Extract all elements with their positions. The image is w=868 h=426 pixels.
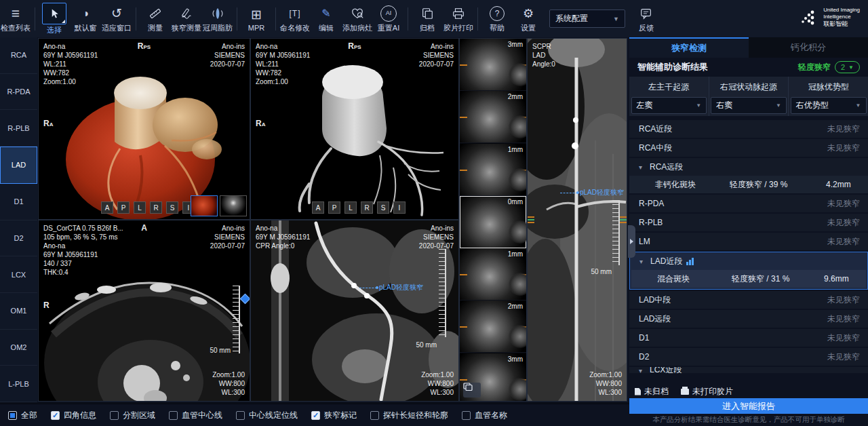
bar-chart-icon[interactable] bbox=[686, 258, 694, 265]
checkbox-segmentation[interactable]: 分割区域 bbox=[110, 410, 155, 421]
orient-s-button[interactable]: S bbox=[166, 201, 178, 214]
toolbar-item-mpr[interactable]: MPR bbox=[241, 1, 272, 37]
export-image-button[interactable] bbox=[463, 383, 481, 398]
sidebar-item-r-pda[interactable]: R-PDA bbox=[0, 74, 37, 111]
toolbar-item-exam-list[interactable]: 检查列表 bbox=[0, 1, 31, 37]
dominance-select[interactable]: 右优势型▼ bbox=[791, 97, 867, 114]
cross-section-cell-selected[interactable]: 0mm bbox=[460, 196, 526, 248]
orient-r-button[interactable]: R bbox=[150, 201, 162, 214]
segment-row-rca-distal[interactable]: RCA远段 bbox=[629, 158, 868, 176]
settings-icon bbox=[523, 5, 534, 22]
system-config-select[interactable]: 系统配置 ▼ bbox=[549, 9, 625, 28]
sidebar-item-om1[interactable]: OM1 bbox=[0, 293, 37, 330]
feedback-icon bbox=[639, 5, 653, 22]
tissue-blob bbox=[509, 168, 526, 191]
checkbox-corner-info[interactable]: 四角信息 bbox=[51, 410, 96, 421]
segment-row-rca-proximal[interactable]: RCA近段 未见狭窄 bbox=[629, 120, 868, 138]
vrt-tree-thumbnail[interactable] bbox=[220, 195, 247, 216]
add-lesion-icon bbox=[351, 5, 364, 22]
sidebar-item-d2[interactable]: D2 bbox=[0, 220, 37, 257]
checkbox-centerline[interactable]: 血管中心线 bbox=[169, 410, 222, 421]
toolbar-item-add-lesion[interactable]: 添加病灶 bbox=[342, 1, 373, 37]
orient-l-button[interactable]: L bbox=[344, 201, 357, 214]
toolbar-item-select[interactable]: 选择 bbox=[39, 1, 70, 37]
toolbar-item-default-window[interactable]: 默认窗 bbox=[70, 1, 101, 37]
orient-a-button[interactable]: A bbox=[312, 201, 324, 214]
checkbox-centerline-locator[interactable]: 中心线定位线 bbox=[236, 410, 298, 421]
orientation-marker-left: R bbox=[43, 301, 50, 310]
segment-row-d1[interactable]: D1 未见狭窄 bbox=[629, 329, 868, 347]
checkbox-vessel-names[interactable]: 血管名称 bbox=[462, 410, 507, 421]
tab-stenosis-detection[interactable]: 狭窄检测 bbox=[629, 37, 749, 58]
toolbar-item-fit-window[interactable]: 适应窗口 bbox=[101, 1, 132, 37]
segment-row-r-plb[interactable]: R-PLB 未见狭窄 bbox=[629, 214, 868, 231]
toolbar: 检查列表 选择 默认窗 适应窗口 测量 狭窄测量 bbox=[0, 0, 868, 38]
orient-p-button[interactable]: P bbox=[328, 201, 340, 214]
viewport-scpr[interactable]: SCPRLADAngle:0 pLAD轻度狭窄 50 mm Zoom:1.00W… bbox=[528, 39, 627, 401]
sidebar-item-lcx[interactable]: LCX bbox=[0, 256, 37, 293]
sidebar-item-d1[interactable]: D1 bbox=[0, 184, 37, 220]
orientation-marker-left: RA bbox=[256, 119, 265, 128]
segment-row-lcx-proximal-clipped[interactable]: LCX近段 bbox=[629, 367, 868, 373]
vrt-heart-thumbnail[interactable] bbox=[191, 195, 218, 216]
toolbar-item-measure[interactable]: 测量 bbox=[140, 1, 171, 37]
segment-row-d2[interactable]: D2 未见狭窄 bbox=[629, 348, 868, 366]
toolbar-item-archive[interactable]: 归档 bbox=[412, 1, 443, 37]
orient-l-button[interactable]: L bbox=[134, 201, 146, 214]
toolbar-item-stenosis-measure[interactable]: 狭窄测量 bbox=[171, 1, 202, 37]
stenosis-annotation[interactable]: pLAD轻度狭窄 bbox=[560, 188, 624, 197]
toolbar-item-help[interactable]: ? 帮助 bbox=[481, 1, 513, 37]
caret-down-icon bbox=[639, 367, 646, 373]
sidebar-item-l-plb[interactable]: L-PLB bbox=[0, 366, 37, 402]
stenosis-annotation[interactable]: pLAD轻度狭窄 bbox=[359, 283, 423, 292]
checkbox-probe-diameter[interactable]: 探针长短径和轮廓 bbox=[370, 410, 448, 421]
enter-smart-report-button[interactable]: 进入智能报告 bbox=[629, 398, 868, 414]
checkbox-all[interactable]: 全部 bbox=[8, 410, 37, 421]
lm-origin-select[interactable]: 左窦▼ bbox=[631, 97, 707, 114]
segment-row-lad-mid[interactable]: LAD中段 未见狭窄 bbox=[629, 291, 868, 309]
plaque-row-selected[interactable]: 混合斑块 轻度狭窄 / 31 % 9.6mm bbox=[631, 270, 866, 288]
rca-origin-select[interactable]: 右窦▼ bbox=[711, 97, 787, 114]
toolbar-item-settings[interactable]: 设置 bbox=[513, 1, 544, 37]
sidebar-item-lad[interactable]: LAD bbox=[0, 147, 37, 184]
archive-icon bbox=[420, 5, 434, 22]
orient-r-button[interactable]: R bbox=[361, 201, 373, 214]
toolbar-item-film-print[interactable]: 胶片打印 bbox=[443, 1, 474, 37]
plaque-row[interactable]: 非钙化斑块 轻度狭窄 / 39 % 4.2mm bbox=[629, 176, 868, 193]
sidebar-item-rca[interactable]: RCA bbox=[0, 37, 37, 74]
cross-section-cell[interactable]: 2mm bbox=[460, 91, 526, 143]
archive-status: 未归档 bbox=[635, 386, 669, 398]
tab-calcium-score[interactable]: 钙化积分 bbox=[749, 37, 868, 58]
toolbar-divider bbox=[408, 7, 408, 31]
orientation-marker-top: A bbox=[141, 223, 147, 233]
toolbar-item-pericoronary-fat[interactable]: 冠周脂肪 bbox=[202, 1, 233, 37]
chevron-down-icon: ▼ bbox=[613, 16, 619, 22]
orient-i-button[interactable]: I bbox=[393, 201, 406, 214]
viewport-cpr[interactable]: Ano-na69Y M J05961191CPR Angle:0 Ano-ins… bbox=[251, 220, 458, 401]
segment-row-r-pda[interactable]: R-PDA 未见狭窄 bbox=[629, 195, 868, 212]
toolbar-item-edit[interactable]: 编辑 bbox=[311, 1, 342, 37]
panel-collapse-handle[interactable] bbox=[628, 225, 635, 258]
orient-s-button[interactable]: S bbox=[377, 201, 389, 214]
cross-section-cell[interactable]: 1mm bbox=[460, 248, 526, 301]
cross-section-cell[interactable]: 1mm bbox=[460, 144, 526, 196]
segment-row-lm[interactable]: LM 未见狭窄 bbox=[629, 233, 868, 250]
sidebar-item-om2[interactable]: OM2 bbox=[0, 330, 37, 366]
segment-row-rca-mid[interactable]: RCA中段 未见狭窄 bbox=[629, 139, 868, 157]
orient-a-button[interactable]: A bbox=[101, 201, 113, 214]
viewport-axial-ct[interactable]: DS_CorCTA 0.75 B26f B...105 bpm, 36 % S,… bbox=[39, 220, 250, 401]
orient-p-button[interactable]: P bbox=[117, 201, 130, 214]
toolbar-item-feedback[interactable]: 反馈 bbox=[631, 1, 662, 37]
checkbox-stenosis-marks[interactable]: 狭窄标记 bbox=[311, 410, 357, 421]
segment-row-lad-distal[interactable]: LAD远段 未见狭窄 bbox=[629, 310, 868, 328]
archive-status-bar: 未归档 未打印胶片 bbox=[629, 385, 868, 398]
sidebar-item-r-plb[interactable]: R-PLB bbox=[0, 110, 37, 147]
viewport-vrt-tree[interactable]: Ano-na69Y M J05961191WL:211WW:782Zoom:1.… bbox=[251, 39, 458, 219]
toolbar-item-rename[interactable]: 命名修改 bbox=[279, 1, 311, 37]
viewport-vrt-heart[interactable]: Ano-na69Y M J05961191WL:211WW:782Zoom:1.… bbox=[39, 39, 250, 219]
cross-section-cell[interactable]: 3mm bbox=[460, 39, 526, 91]
cross-section-cell[interactable]: 2mm bbox=[460, 301, 526, 353]
lesion-count-dropdown[interactable]: 2 ▼ bbox=[835, 61, 860, 73]
segment-row-lad-proximal[interactable]: LAD近段 bbox=[630, 252, 867, 270]
toolbar-item-reset-ai[interactable]: AI 重置AI bbox=[373, 1, 404, 37]
